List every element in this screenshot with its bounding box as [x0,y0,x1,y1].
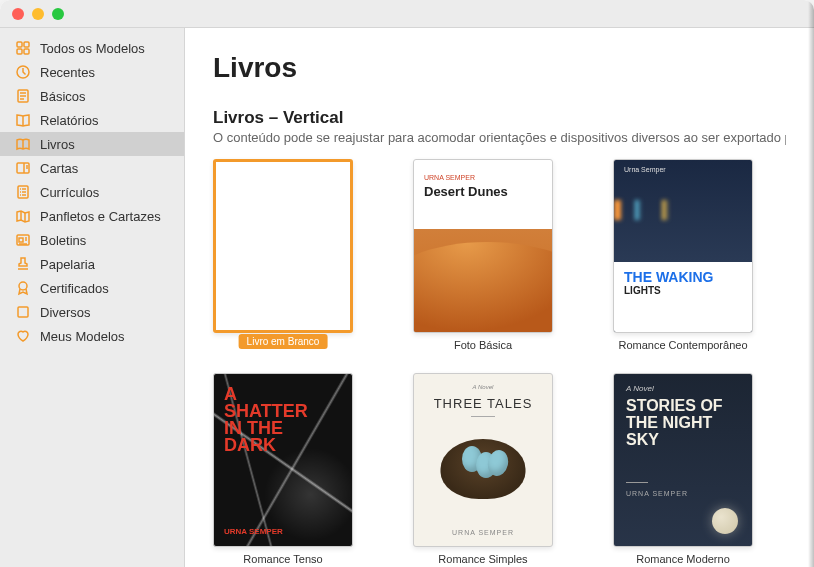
postcard-icon [14,159,32,177]
cover-author: Urna Semper [624,166,666,173]
sidebar-item-label: Relatórios [40,113,99,128]
sidebar-item-cartas[interactable]: Cartas [0,156,184,180]
template-thumbnail[interactable]: ASHATTERIN THEDARKURNA SEMPER [213,373,353,547]
stamp-icon [14,255,32,273]
sidebar-item-panfletos-e-cartazes[interactable]: Panfletos e Cartazes [0,204,184,228]
template-grid: Livro em BrancoURNA SEMPERDesert DunesFo… [213,159,786,565]
book-icon [14,135,32,153]
template-caption: Romance Contemporâneo [613,339,753,351]
cover-author: URNA SEMPER [224,527,283,536]
sidebar-item-label: Todos os Modelos [40,41,145,56]
ribbon-icon [14,279,32,297]
template-chooser-window: Todos os ModelosRecentesBásicosRelatório… [0,0,814,567]
template-thumbnail[interactable] [213,159,353,333]
sidebar-item-label: Recentes [40,65,95,80]
close-window-button[interactable] [12,8,24,20]
template-blank[interactable]: Livro em Branco [213,159,353,351]
sidebar: Todos os ModelosRecentesBásicosRelatório… [0,28,185,567]
sidebar-item-básicos[interactable]: Básicos [0,84,184,108]
cover-top: A Novel [626,384,654,393]
traffic-lights [12,8,64,20]
template-desert[interactable]: URNA SEMPERDesert DunesFoto Básica [413,159,553,351]
sidebar-item-boletins[interactable]: Boletins [0,228,184,252]
sidebar-item-label: Cartas [40,161,78,176]
sidebar-item-diversos[interactable]: Diversos [0,300,184,324]
cover-title: THREE TALES [414,396,552,411]
square-icon [14,303,32,321]
cover-subtitle: LIGHTS [624,285,742,296]
cover-title: STORIES OF THE NIGHT SKY [626,398,740,448]
sidebar-item-relatórios[interactable]: Relatórios [0,108,184,132]
svg-rect-0 [17,42,22,47]
sidebar-item-label: Boletins [40,233,86,248]
page-title: Livros [213,52,786,84]
sidebar-item-currículos[interactable]: Currículos [0,180,184,204]
sidebar-item-label: Livros [40,137,75,152]
titlebar [0,0,814,28]
template-caption: Romance Moderno [613,553,753,565]
sidebar-item-recentes[interactable]: Recentes [0,60,184,84]
cover-author: URNA SEMPER [414,529,552,536]
sidebar-item-certificados[interactable]: Certificados [0,276,184,300]
cover-title: ASHATTERIN THEDARK [224,386,308,454]
sidebar-item-livros[interactable]: Livros [0,132,184,156]
zoom-window-button[interactable] [52,8,64,20]
template-caption: Romance Simples [413,553,553,565]
cover-title: Desert Dunes [424,184,508,199]
template-shatter[interactable]: ASHATTERIN THEDARKURNA SEMPERRomance Ten… [213,373,353,565]
newspaper-icon [14,231,32,249]
template-caption: Foto Básica [413,339,553,351]
grid-icon [14,39,32,57]
map-icon [14,207,32,225]
template-thumbnail[interactable]: Urna SemperTHE WAKINGLIGHTS [613,159,753,333]
doc-lines-icon [14,87,32,105]
body: Todos os ModelosRecentesBásicosRelatório… [0,28,814,567]
sidebar-item-label: Panfletos e Cartazes [40,209,161,224]
template-caption: Livro em Branco [239,334,328,349]
doc-list-icon [14,183,32,201]
template-tales[interactable]: A NovelTHREE TALESURNA SEMPERRomance Sim… [413,373,553,565]
template-thumbnail[interactable]: URNA SEMPERDesert Dunes [413,159,553,333]
sidebar-item-label: Papelaria [40,257,95,272]
sidebar-item-label: Diversos [40,305,91,320]
sidebar-item-meus-modelos[interactable]: Meus Modelos [0,324,184,348]
cover-top: A Novel [414,384,552,390]
heart-icon [14,327,32,345]
sidebar-item-papelaria[interactable]: Papelaria [0,252,184,276]
cover-title: THE WAKING [624,270,742,285]
content: Livros Livros – Vertical O conteúdo pode… [185,28,814,567]
svg-rect-1 [24,42,29,47]
sidebar-item-todos-os-modelos[interactable]: Todos os Modelos [0,36,184,60]
svg-rect-3 [24,49,29,54]
clock-icon [14,63,32,81]
template-caption: Romance Tenso [213,553,353,565]
book-open-icon [14,111,32,129]
sidebar-item-label: Básicos [40,89,86,104]
minimize-window-button[interactable] [32,8,44,20]
svg-rect-2 [17,49,22,54]
template-thumbnail[interactable]: A NovelSTORIES OF THE NIGHT SKYURNA SEMP… [613,373,753,547]
template-waking[interactable]: Urna SemperTHE WAKINGLIGHTSRomance Conte… [613,159,753,351]
sidebar-item-label: Meus Modelos [40,329,125,344]
cover-author: URNA SEMPER [626,490,688,497]
svg-point-9 [19,282,27,290]
svg-rect-10 [18,307,28,317]
section-desc: O conteúdo pode se reajustar para acomod… [213,130,786,145]
sidebar-item-label: Certificados [40,281,109,296]
template-night[interactable]: A NovelSTORIES OF THE NIGHT SKYURNA SEMP… [613,373,753,565]
section-title: Livros – Vertical [213,108,786,128]
sidebar-item-label: Currículos [40,185,99,200]
template-thumbnail[interactable]: A NovelTHREE TALESURNA SEMPER [413,373,553,547]
cover-author: URNA SEMPER [424,174,475,181]
